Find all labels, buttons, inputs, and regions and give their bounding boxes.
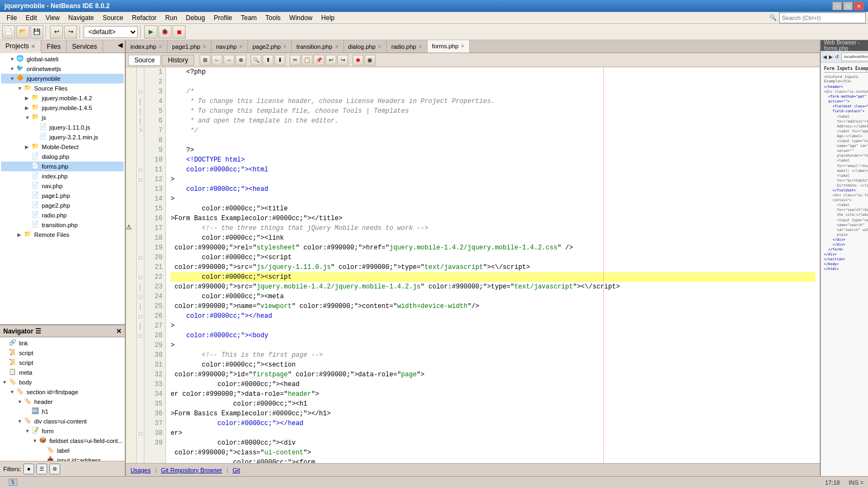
menu-view[interactable]: View xyxy=(41,13,64,23)
tree-item-jqm142[interactable]: ▶ 📁 jquery.mobile-1.4.2 xyxy=(1,93,124,103)
git-link[interactable]: Git xyxy=(233,467,240,473)
project-selector[interactable]: <default> xyxy=(84,26,138,38)
fold-cell[interactable]: □ xyxy=(137,165,144,175)
tree-item-page1[interactable]: 📄 page1.php xyxy=(1,191,124,201)
nav-label1[interactable]: 🏷️ label xyxy=(1,446,124,455)
filter-btn1[interactable]: ■ xyxy=(23,464,34,474)
fold-cell[interactable]: □ xyxy=(137,292,144,301)
filter-btn2[interactable]: ☰ xyxy=(36,464,47,474)
ed-btn-cut[interactable]: ✂ xyxy=(290,55,301,66)
maximize-button[interactable]: □ xyxy=(843,2,853,10)
ed-btn-undo[interactable]: ↩ xyxy=(326,55,336,66)
source-tab[interactable]: Source xyxy=(128,55,161,66)
tree-item-jquery110[interactable]: 📄 jquery-1.11.0.js xyxy=(1,123,124,132)
new-button[interactable]: 📄 xyxy=(2,25,15,38)
nav-fieldset[interactable]: ▼ 📦 fieldset class=ui-field-cont... xyxy=(1,436,124,446)
panel-collapse-button[interactable]: ◀ xyxy=(116,40,125,53)
tab-page1[interactable]: page1.php ✕ xyxy=(168,40,212,53)
tree-item-page2[interactable]: 📄 page2.php xyxy=(1,201,124,210)
menu-team[interactable]: Team xyxy=(237,13,261,23)
close-button[interactable]: ✕ xyxy=(854,2,864,10)
usages-link[interactable]: Usages xyxy=(130,467,150,473)
nav-section[interactable]: ▼ 🏷️ section id=firstpage xyxy=(1,387,124,397)
tab-files[interactable]: Files xyxy=(41,40,66,53)
tab-dialog[interactable]: dialog.php ✕ xyxy=(344,40,387,53)
menu-run[interactable]: Run xyxy=(161,13,182,23)
tab-page2[interactable]: page2.php ✕ xyxy=(248,40,292,53)
fold-cell[interactable]: □ xyxy=(137,253,144,262)
fold-cell[interactable]: □ xyxy=(137,175,144,184)
ed-btn-debug[interactable]: ▣ xyxy=(365,55,375,66)
save-button[interactable]: 💾 xyxy=(30,25,43,38)
ed-btn-toggle-folds[interactable]: ⊞ xyxy=(200,55,210,66)
nav-form[interactable]: ▼ 📝 form xyxy=(1,426,124,436)
menu-refactor[interactable]: Refactor xyxy=(127,13,161,23)
preview-browser-back[interactable]: ◀ xyxy=(823,54,827,60)
tree-item-index[interactable]: 📄 index.php xyxy=(1,171,124,181)
menu-navigate[interactable]: Navigate xyxy=(64,13,98,23)
menu-help[interactable]: Help xyxy=(317,13,339,23)
ed-btn-paste[interactable]: 📌 xyxy=(314,55,324,66)
tab-close-icon[interactable]: ✕ xyxy=(335,44,339,49)
fold-cell[interactable]: □ xyxy=(137,311,144,321)
fold-cell[interactable]: □ xyxy=(137,428,144,438)
nav-body[interactable]: ▼ 🏷️ body xyxy=(1,377,124,387)
tree-item-forms[interactable]: 📄 forms.php xyxy=(1,162,124,171)
history-tab[interactable]: History xyxy=(162,55,194,66)
menu-edit[interactable]: Edit xyxy=(21,13,41,23)
redo-button[interactable]: ↪ xyxy=(64,25,77,38)
fold-cell[interactable] xyxy=(137,67,144,77)
search-input[interactable] xyxy=(779,12,866,23)
tree-item-dialog[interactable]: 📄 dialog.php xyxy=(1,152,124,162)
undo-button[interactable]: ↩ xyxy=(50,25,63,38)
tree-item-jqm145[interactable]: ▶ 📁 jquery.mobile-1.4.5 xyxy=(1,103,124,113)
tree-item-transition[interactable]: 📄 transition.php xyxy=(1,220,124,230)
stop-button[interactable]: ⏹ xyxy=(173,25,186,38)
nav-meta[interactable]: 📋 meta xyxy=(1,368,124,377)
tab-forms[interactable]: forms.php ✕ xyxy=(427,40,470,53)
ed-btn-find[interactable]: 🔍 xyxy=(251,55,261,66)
preview-browser-refresh[interactable]: ↺ xyxy=(835,54,839,60)
ed-btn-find-prev[interactable]: ⬆ xyxy=(263,55,273,66)
tree-item-mobiledetect[interactable]: ▶ 📁 Mobile-Detect xyxy=(1,142,124,152)
menu-window[interactable]: Window xyxy=(285,13,317,23)
ed-btn-run[interactable]: ⏺ xyxy=(353,55,363,66)
tab-close-icon[interactable]: ✕ xyxy=(158,44,163,49)
tree-item-sourcefiles[interactable]: ▼ 📁 Source Files xyxy=(1,84,124,93)
window-controls[interactable]: ─ □ ✕ xyxy=(832,2,864,10)
tree-item-jquerymobile[interactable]: ▼ 🔶 jquerymobile xyxy=(1,74,124,84)
navigator-collapse-icon[interactable]: ✕ xyxy=(116,328,122,335)
preview-browser-fwd[interactable]: ▶ xyxy=(829,54,833,60)
ed-btn-copy[interactable]: 📋 xyxy=(302,55,312,66)
tab-close-icon[interactable]: ✕ xyxy=(418,44,423,49)
run-button[interactable]: ▶ xyxy=(144,25,157,38)
tree-item-twitter[interactable]: ▼ 🐦 onlinetweetjs xyxy=(1,64,124,74)
nav-header[interactable]: ▼ 🏷️ header xyxy=(1,397,124,407)
tree-item-global[interactable]: ▼ 🌐 global-sateli xyxy=(1,54,124,64)
ed-btn-find-next[interactable]: ⬇ xyxy=(275,55,285,66)
menu-tools[interactable]: Tools xyxy=(261,13,285,23)
nav-div-content[interactable]: ▼ 🏷️ div class=ui-content xyxy=(1,416,124,426)
git-browser-link[interactable]: Git Repository Browser xyxy=(161,467,222,473)
menu-source[interactable]: Source xyxy=(98,13,127,23)
tab-transition[interactable]: transition.php ✕ xyxy=(292,40,343,53)
ed-btn-back[interactable]: ← xyxy=(212,55,222,66)
tab-services[interactable]: Services xyxy=(67,40,103,53)
tab-nav[interactable]: nav.php ✕ xyxy=(212,40,248,53)
tab-close-icon[interactable]: ✕ xyxy=(283,44,287,49)
nav-link[interactable]: 🔗 link xyxy=(1,338,124,348)
tab-close-icon[interactable]: ✕ xyxy=(461,43,465,49)
nav-input-address[interactable]: 📥 input id=address xyxy=(1,455,124,461)
tab-index[interactable]: index.php ✕ xyxy=(126,40,168,53)
nav-script2[interactable]: 📜 script xyxy=(1,358,124,368)
minimize-button[interactable]: ─ xyxy=(832,2,842,10)
tab-radio[interactable]: radio.php ✕ xyxy=(387,40,427,53)
fold-cell[interactable]: □ xyxy=(137,87,144,97)
tree-item-jquery321[interactable]: 📄 jquery-3.2.1.min.js xyxy=(1,132,124,142)
tree-item-js[interactable]: ▼ 📁 js xyxy=(1,113,124,123)
tree-item-remote[interactable]: ▶ 📁 Remote Files xyxy=(1,230,124,240)
tab-close-icon[interactable]: ✕ xyxy=(239,44,243,49)
tab-close-icon[interactable]: ✕ xyxy=(202,44,207,49)
nav-h1[interactable]: 🔤 h1 xyxy=(1,407,124,416)
tree-item-radio[interactable]: 📄 radio.php xyxy=(1,210,124,220)
